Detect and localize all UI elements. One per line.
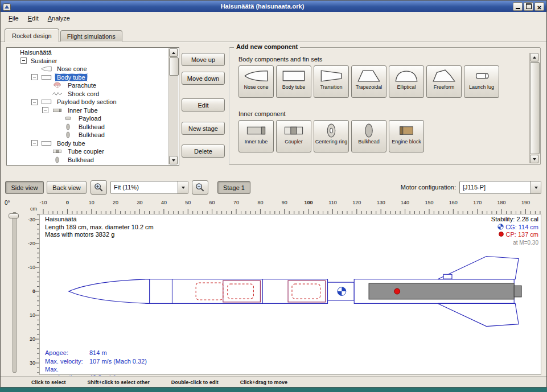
tab-rocket-design[interactable]: Rocket design: [5, 28, 59, 42]
new-stage-button[interactable]: New stage: [182, 122, 225, 135]
add-coupler-button[interactable]: Coupler: [276, 120, 311, 152]
v-ruler-label: 30: [30, 360, 35, 366]
add-nose-cone-button[interactable]: Nose cone: [238, 65, 274, 98]
tree-item-label: Payload body section: [55, 98, 118, 105]
h-ruler-label: 120: [352, 200, 361, 205]
component-button-label: Body tube: [282, 85, 306, 90]
tree-item-bulkhead[interactable]: Bulkhead: [7, 131, 169, 139]
tree-item-parachute[interactable]: Parachute: [7, 81, 169, 90]
v-ruler-label: -10: [28, 265, 35, 270]
tree-item-body-tube[interactable]: Body tube: [7, 139, 169, 148]
move-up-button[interactable]: Move up: [182, 53, 225, 66]
maximize-button[interactable]: [524, 2, 533, 11]
maximize-icon: [526, 3, 532, 9]
magnifier-plus-icon: [93, 182, 104, 193]
tree-expander-icon[interactable]: [31, 99, 38, 105]
motor-configuration-select[interactable]: [J115-P]: [459, 181, 541, 194]
tree-expander-icon[interactable]: [31, 140, 38, 146]
menu-file[interactable]: File: [4, 13, 23, 23]
stage-1-toggle[interactable]: Stage 1: [217, 181, 250, 194]
v-ruler-label: 10: [30, 312, 35, 318]
tree-expander-icon[interactable]: [20, 57, 27, 64]
h-ruler-label: 140: [401, 200, 409, 205]
side-view-button[interactable]: Side view: [5, 181, 44, 194]
close-icon: [537, 3, 541, 11]
forward-body-outline[interactable]: [150, 279, 328, 304]
add-body-tube-button[interactable]: Body tube: [276, 65, 311, 98]
add-centering-ring-button[interactable]: Centering ring: [314, 120, 349, 152]
chevron-down-icon[interactable]: [530, 181, 541, 193]
add-engine-block-button[interactable]: Engine block: [389, 120, 424, 152]
scroll-up-button[interactable]: [530, 53, 538, 61]
add-trapezoidal-button[interactable]: Trapezoidal: [351, 65, 386, 98]
tree-expander-icon[interactable]: [42, 107, 48, 113]
tree-expander-icon[interactable]: [31, 74, 38, 80]
add-elliptical-button[interactable]: Elliptical: [389, 65, 424, 98]
fin-bottom[interactable]: [438, 303, 519, 326]
rotation-slider-track[interactable]: [13, 212, 17, 373]
edit-button[interactable]: Edit: [182, 98, 225, 112]
scrollbar-thumb[interactable]: [530, 62, 540, 154]
motor[interactable]: [369, 283, 514, 299]
mach-note: at M=0.30: [491, 239, 538, 247]
h-ruler-label: 50: [185, 200, 191, 205]
scrollbar-thumb[interactable]: [169, 57, 179, 76]
tree-item-body-tube[interactable]: Body tube: [7, 73, 169, 82]
component-panel-scrollbar[interactable]: [529, 53, 539, 163]
tree-scrollbar[interactable]: [168, 48, 178, 164]
innertube-icon: [243, 123, 269, 138]
minimize-icon: [516, 8, 520, 9]
scroll-up-button[interactable]: [169, 48, 178, 57]
freeform-icon: [431, 68, 457, 84]
launch-lug-outline[interactable]: [443, 274, 452, 279]
h-ruler-label: 0: [66, 200, 69, 205]
title-bar[interactable]: Haisunäätä (haisunaata.ork): [1, 1, 546, 12]
minimize-button[interactable]: [513, 2, 523, 11]
rocket-mass: Mass with motors 3832 g: [45, 231, 154, 239]
zoom-in-button[interactable]: [91, 180, 107, 195]
tree-item-payload[interactable]: Payload: [7, 114, 169, 123]
tree-item-haisun-t[interactable]: Haisunäätä: [7, 48, 169, 57]
add-bulkhead-button[interactable]: Bulkhead: [351, 120, 386, 152]
add-transition-button[interactable]: Transition: [314, 65, 349, 98]
tree-item-label: Parachute: [66, 82, 98, 89]
add-freeform-button[interactable]: Freeform: [426, 65, 462, 98]
tree-item-payload-body-section[interactable]: Payload body section: [7, 98, 169, 106]
h-ruler-label: 60: [209, 200, 215, 205]
zoom-out-button[interactable]: [192, 180, 208, 195]
tree-item-bulkhead[interactable]: Bulkhead: [7, 123, 169, 131]
launchlug-icon: [468, 68, 495, 84]
delete-button[interactable]: Delete: [182, 145, 225, 158]
chevron-down-icon[interactable]: [178, 181, 188, 193]
flight-stat-value: 814 m: [89, 349, 107, 356]
coupler-icon: [281, 123, 307, 138]
scroll-down-button[interactable]: [169, 156, 178, 164]
zoom-select[interactable]: Fit (11%): [110, 181, 188, 194]
tab-flight-simulations[interactable]: Flight simulations: [60, 30, 122, 42]
rotation-slider-thumb[interactable]: [9, 213, 19, 218]
tree-item-tube-coupler[interactable]: Tube coupler: [7, 147, 169, 156]
add-inner-tube-button[interactable]: Inner tube: [238, 120, 274, 152]
bulkhead-icon: [356, 123, 382, 138]
close-button[interactable]: [534, 2, 544, 11]
bulkhead-icon: [61, 131, 75, 138]
menu-edit[interactable]: Edit: [23, 13, 43, 23]
component-tree[interactable]: HaisunäätäSustainerNose coneBody tubePar…: [7, 48, 169, 164]
cp-value: CP: 137 cm: [506, 231, 538, 238]
tree-item-shock-cord[interactable]: Shock cord: [7, 90, 169, 98]
tree-item-inner-tube[interactable]: Inner Tube: [7, 106, 169, 115]
menu-bar: FileEditAnalyze: [1, 12, 546, 24]
tree-item-bulkhead[interactable]: Bulkhead: [7, 156, 169, 164]
back-view-button[interactable]: Back view: [47, 181, 87, 194]
parachute-icon: [51, 82, 64, 89]
tree-item-nose-cone[interactable]: Nose cone: [7, 65, 169, 73]
cp-marker: [394, 288, 400, 294]
nose-cone-outline[interactable]: [69, 279, 150, 304]
move-down-button[interactable]: Move down: [182, 72, 225, 85]
tree-item-sustainer[interactable]: Sustainer: [7, 57, 169, 65]
vertical-ruler: -30-20-100102030: [22, 214, 39, 375]
add-launch-lug-button[interactable]: Launch lug: [464, 65, 499, 98]
scroll-down-button[interactable]: [530, 155, 538, 163]
menu-analyze[interactable]: Analyze: [43, 13, 75, 23]
tree-item-label: Payload: [77, 115, 103, 122]
